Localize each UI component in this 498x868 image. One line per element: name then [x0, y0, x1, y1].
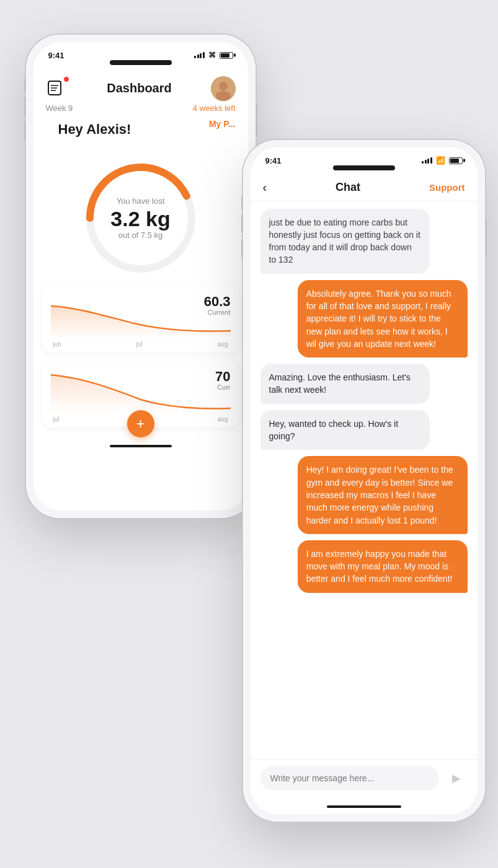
scene: 9:41 ⌘ — [14, 16, 485, 853]
chart1-axis-jun: jun — [53, 341, 61, 348]
chart1-axis-aug: aug — [218, 341, 228, 348]
message-text: I am extremely happy you made that move … — [306, 549, 453, 584]
dashboard-header: Dashboard — [33, 71, 248, 103]
dashboard-subheader: Week 9 4 weeks left — [33, 103, 248, 119]
message-text: Hey! I am doing great! I've been to the … — [306, 465, 453, 525]
chat-input-bar: ▶ — [251, 759, 478, 800]
chat-wifi-icon: 📶 — [436, 156, 445, 165]
dashboard-icon — [46, 77, 68, 100]
message-item: Amazing. Love the enthusiasm. Let's talk… — [260, 364, 430, 404]
battery-icon — [220, 52, 233, 59]
home-indicator — [110, 445, 172, 447]
status-bar-dashboard: 9:41 ⌘ — [33, 42, 248, 60]
message-text: Hey, wanted to check up. How's it going? — [269, 419, 399, 441]
chat-signal-icon — [422, 157, 432, 164]
chat-screen: 9:41 📶 — [251, 147, 478, 814]
message-item: Absolutely agree. Thank you so much for … — [298, 280, 468, 357]
weight-loss-ring: You have lost 3.2 kg out of 7.5 kg — [33, 156, 248, 280]
svg-point-6 — [216, 91, 231, 101]
notch — [110, 60, 172, 65]
silent-switch[interactable] — [24, 78, 26, 92]
chat-battery-icon — [449, 157, 463, 164]
chat-status-icons: 📶 — [422, 156, 463, 165]
message-text: just be due to eating more carbs but hon… — [269, 217, 420, 265]
message-item: just be due to eating more carbs but hon… — [260, 209, 430, 274]
chat-volume-up-button[interactable] — [241, 214, 243, 233]
dashboard-screen: 9:41 ⌘ — [33, 42, 248, 511]
wifi-icon: ⌘ — [208, 51, 216, 59]
phone-chat: 9:41 📶 — [243, 140, 485, 822]
macro-chart-card: 70 Curr jul aug — [42, 361, 239, 427]
chat-silent-switch[interactable] — [241, 196, 243, 209]
greeting-text: Hey Alexis! — [46, 119, 236, 145]
chat-messages-container: just be due to eating more carbs but hon… — [251, 201, 478, 759]
ring-label: You have lost — [110, 196, 170, 206]
send-button[interactable]: ▶ — [445, 767, 468, 789]
chat-power-button[interactable] — [485, 221, 487, 258]
notification-badge — [63, 76, 69, 82]
chat-screen-inner: 9:41 📶 — [251, 147, 478, 814]
chart1-axis-jul: jul — [136, 341, 143, 348]
my-plan-link[interactable]: My P... — [209, 119, 236, 129]
chat-time-display: 9:41 — [265, 156, 282, 165]
chat-notch — [333, 165, 395, 170]
user-avatar[interactable] — [211, 76, 236, 101]
volume-up-button[interactable] — [24, 97, 26, 115]
chart2-axis-jul: jul — [53, 416, 60, 423]
dashboard-title: Dashboard — [68, 81, 211, 95]
volume-down-button[interactable] — [24, 121, 26, 140]
status-icons: ⌘ — [194, 51, 233, 59]
week-label: Week 9 — [46, 103, 73, 113]
status-bar-chat: 9:41 📶 — [251, 147, 478, 165]
add-fab-button[interactable]: + — [127, 410, 154, 437]
chart2-value: 70 — [215, 369, 230, 385]
message-input[interactable] — [260, 766, 439, 791]
weight-chart-card: 60.3 Current jun jul aug — [42, 286, 239, 353]
support-link[interactable]: Support — [429, 182, 465, 193]
chat-header: ‹ Chat Support — [251, 175, 478, 201]
message-text: Amazing. Love the enthusiasm. Let's talk… — [269, 372, 411, 395]
add-icon: + — [136, 415, 145, 432]
time-display: 9:41 — [48, 51, 64, 60]
chat-title: Chat — [336, 181, 360, 194]
chart2-sublabel: Curr — [217, 384, 230, 391]
message-item: I am extremely happy you made that move … — [298, 540, 468, 593]
chart1-sublabel: Current — [208, 309, 231, 316]
chart2-axis-aug: aug — [218, 416, 228, 423]
send-icon: ▶ — [452, 771, 461, 785]
back-button[interactable]: ‹ — [263, 180, 267, 195]
ring-text: You have lost 3.2 kg out of 7.5 kg — [110, 196, 170, 240]
ring-sublabel: out of 7.5 kg — [110, 230, 170, 240]
signal-icon — [194, 52, 205, 58]
message-text: Absolutely agree. Thank you so much for … — [306, 289, 451, 349]
message-item: Hey! I am doing great! I've been to the … — [298, 456, 468, 533]
phone-dashboard: 9:41 ⌘ — [26, 35, 256, 518]
chat-home-indicator — [327, 805, 401, 808]
chart1-value: 60.3 — [204, 294, 231, 310]
chart1-axis: jun jul aug — [51, 341, 231, 348]
ring-value: 3.2 kg — [110, 208, 170, 229]
message-item: Hey, wanted to check up. How's it going? — [260, 410, 430, 450]
chat-volume-down-button[interactable] — [241, 239, 243, 258]
weeks-left-label: 4 weeks left — [193, 103, 236, 113]
power-button[interactable] — [256, 103, 257, 137]
svg-point-5 — [219, 82, 228, 90]
